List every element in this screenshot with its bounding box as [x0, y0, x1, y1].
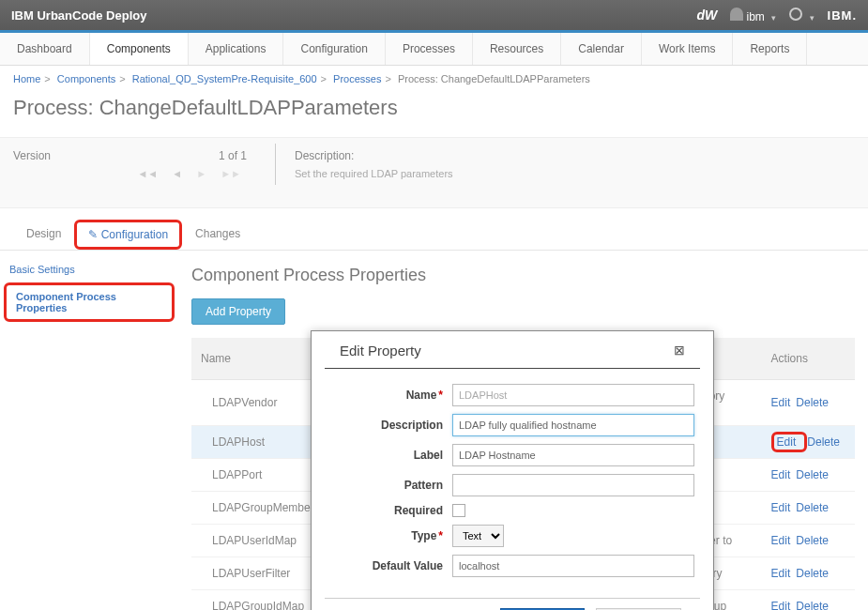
- user-menu[interactable]: ibm ▾: [730, 8, 776, 23]
- product-name: IBM UrbanCode Deploy: [11, 8, 146, 23]
- nav-workitems[interactable]: Work Items: [642, 33, 733, 65]
- default-label: Default Value: [373, 559, 443, 572]
- pattern-label: Pattern: [404, 479, 443, 492]
- col-actions: Actions: [762, 338, 855, 380]
- page-title: Process: ChangeDefaultLDAPParameters: [0, 92, 868, 137]
- delete-link[interactable]: Delete: [796, 468, 829, 481]
- version-last-icon: ►►: [221, 168, 241, 179]
- name-field[interactable]: [452, 384, 694, 406]
- description-field[interactable]: [452, 414, 694, 436]
- delete-link[interactable]: Delete: [807, 435, 840, 449]
- pencil-icon: ✎: [88, 228, 98, 241]
- version-first-icon[interactable]: ◄◄: [137, 168, 158, 179]
- cell-actions: EditDelete: [762, 525, 855, 557]
- delete-link[interactable]: Delete: [796, 534, 829, 547]
- crumb-processes[interactable]: Processes: [333, 73, 381, 84]
- sidebar-cpp[interactable]: Component Process Properties: [7, 285, 172, 319]
- tab-changes[interactable]: Changes: [182, 220, 253, 250]
- edit-link[interactable]: Edit: [771, 396, 791, 409]
- desc-label: Description:: [295, 149, 453, 162]
- edit-link[interactable]: Edit: [771, 501, 791, 514]
- pattern-field[interactable]: [452, 474, 694, 496]
- desc-value: Set the required LDAP parameters: [295, 168, 453, 179]
- cell-actions: EditDelete: [762, 557, 855, 590]
- nav-dashboard[interactable]: Dashboard: [0, 33, 90, 65]
- crumb-current: Process: ChangeDefaultLDAPParameters: [398, 73, 590, 84]
- highlight-sidebar-cpp: Component Process Properties: [4, 282, 175, 322]
- top-bar: IBM UrbanCode Deploy dW ibm ▾ ▾ IBM.: [0, 0, 868, 30]
- version-next-icon: ►: [196, 168, 206, 179]
- version-prev-icon[interactable]: ◄: [172, 168, 182, 179]
- settings-menu[interactable]: ▾: [789, 8, 814, 23]
- crumb-component[interactable]: Rational_QD_SystemPre-Requisite_600: [132, 73, 317, 84]
- caret-down-icon: ▾: [810, 13, 815, 23]
- edit-link[interactable]: Edit: [771, 468, 791, 481]
- edit-link[interactable]: Edit: [777, 435, 797, 449]
- caret-down-icon: ▾: [771, 13, 776, 23]
- nav-reports[interactable]: Reports: [733, 33, 807, 65]
- edit-link[interactable]: Edit: [771, 534, 791, 547]
- label-label: Label: [414, 449, 443, 462]
- dw-logo[interactable]: dW: [696, 8, 717, 23]
- crumb-components[interactable]: Components: [57, 73, 115, 84]
- edit-link[interactable]: Edit: [771, 567, 791, 580]
- user-name: ibm: [747, 10, 765, 23]
- required-checkbox[interactable]: [452, 504, 465, 517]
- cell-actions: EditDelete: [762, 426, 855, 459]
- cell-actions: EditDelete: [762, 492, 855, 525]
- nav-components[interactable]: Components: [90, 33, 189, 65]
- panel-title: Component Process Properties: [191, 258, 855, 298]
- sidebar: Basic Settings Component Process Propert…: [0, 251, 178, 610]
- close-icon[interactable]: ⊠: [674, 343, 685, 358]
- highlight-edit: Edit: [771, 432, 808, 452]
- modal-title: Edit Property: [340, 343, 421, 358]
- required-label: Required: [394, 504, 443, 517]
- delete-link[interactable]: Delete: [796, 501, 829, 514]
- sidebar-basic-settings[interactable]: Basic Settings: [0, 258, 178, 281]
- type-label: Type: [411, 529, 436, 542]
- version-label: Version: [13, 149, 51, 162]
- delete-link[interactable]: Delete: [796, 567, 829, 580]
- highlight-config-tab: ✎ Configuration: [74, 220, 182, 250]
- nav-calendar[interactable]: Calendar: [561, 33, 642, 65]
- main-nav: Dashboard Components Applications Config…: [0, 33, 868, 66]
- label-field[interactable]: [452, 444, 694, 466]
- edit-link[interactable]: Edit: [771, 600, 791, 610]
- desc-label: Description: [381, 419, 443, 432]
- user-icon: [730, 8, 743, 21]
- nav-resources[interactable]: Resources: [473, 33, 561, 65]
- crumb-home[interactable]: Home: [13, 73, 40, 84]
- meta-bar: Version 1 of 1 ◄◄ ◄ ► ►► Description: Se…: [0, 137, 868, 208]
- breadcrumb: Home> Components> Rational_QD_SystemPre-…: [0, 66, 868, 92]
- cell-actions: EditDelete: [762, 459, 855, 492]
- tab-design[interactable]: Design: [13, 220, 74, 250]
- version-value: 1 of 1: [219, 149, 247, 162]
- gear-icon: [789, 8, 802, 21]
- tab-configuration-label: Configuration: [101, 228, 168, 241]
- add-property-button[interactable]: Add Property: [191, 298, 285, 325]
- nav-configuration[interactable]: Configuration: [283, 33, 385, 65]
- cell-actions: EditDelete: [762, 590, 855, 611]
- type-select[interactable]: Text: [452, 525, 504, 547]
- nav-applications[interactable]: Applications: [189, 33, 284, 65]
- default-value-field[interactable]: [452, 555, 694, 577]
- tab-configuration[interactable]: ✎ Configuration: [83, 224, 174, 245]
- edit-property-modal: Edit Property ⊠ Name* Description Label …: [311, 330, 714, 610]
- nav-processes[interactable]: Processes: [386, 33, 473, 65]
- sub-tabs: Design ✎ Configuration Changes: [0, 208, 868, 251]
- cell-actions: EditDelete: [762, 380, 855, 426]
- ibm-logo: IBM.: [828, 8, 857, 23]
- delete-link[interactable]: Delete: [796, 396, 829, 409]
- name-label: Name: [406, 389, 437, 402]
- delete-link[interactable]: Delete: [796, 600, 829, 610]
